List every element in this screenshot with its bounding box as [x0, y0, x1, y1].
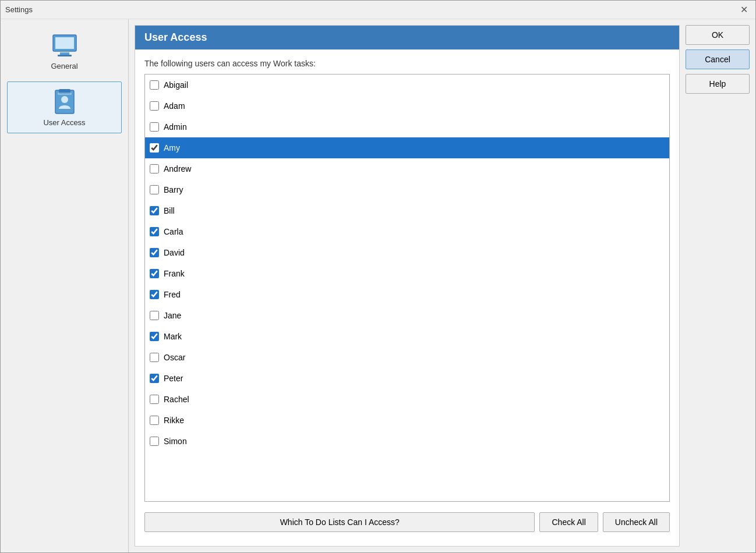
list-item[interactable]: Barry: [145, 179, 669, 200]
list-item[interactable]: Rachel: [145, 389, 669, 410]
list-item[interactable]: Carla: [145, 221, 669, 242]
uncheck-all-button[interactable]: Uncheck All: [603, 512, 670, 532]
monitor-icon: [51, 31, 79, 59]
user-checkbox[interactable]: [150, 248, 159, 257]
user-name: Adam: [164, 101, 185, 111]
list-item[interactable]: Mark: [145, 326, 669, 347]
right-buttons: OK Cancel Help: [686, 19, 755, 552]
svg-point-6: [61, 96, 68, 103]
list-item[interactable]: David: [145, 242, 669, 263]
user-access-panel: User Access The following users can acce…: [135, 25, 680, 547]
list-item[interactable]: Bill: [145, 200, 669, 221]
user-checkbox[interactable]: [150, 227, 159, 236]
user-name: Oscar: [164, 353, 185, 362]
user-checkbox[interactable]: [150, 80, 159, 90]
user-name: Admin: [164, 122, 187, 132]
user-name: Frank: [164, 269, 185, 278]
user-name: Carla: [164, 227, 183, 236]
user-checkbox[interactable]: [150, 437, 159, 446]
svg-rect-1: [55, 37, 74, 49]
sidebar-item-user-access[interactable]: User Access: [7, 81, 122, 133]
user-checkbox[interactable]: [150, 206, 159, 215]
user-name: Barry: [164, 185, 183, 194]
panel-description: The following users can access my Work t…: [144, 59, 670, 68]
list-item[interactable]: Amy: [145, 137, 669, 158]
list-item[interactable]: Oscar: [145, 347, 669, 368]
user-name: Jane: [164, 311, 181, 320]
list-item[interactable]: Andrew: [145, 158, 669, 179]
cancel-button[interactable]: Cancel: [686, 49, 750, 69]
user-checkbox[interactable]: [150, 164, 159, 173]
list-item[interactable]: Rikke: [145, 410, 669, 431]
svg-rect-2: [60, 52, 69, 55]
ok-button[interactable]: OK: [686, 25, 750, 45]
user-name: Peter: [164, 374, 183, 383]
user-name: Amy: [164, 143, 180, 153]
list-item[interactable]: Admin: [145, 116, 669, 137]
panel-header: User Access: [135, 26, 679, 49]
check-all-button[interactable]: Check All: [539, 512, 598, 532]
panel-body: The following users can access my Work t…: [135, 49, 679, 546]
user-checkbox[interactable]: [150, 311, 159, 320]
user-list: AbigailAdamAdminAmyAndrewBarryBillCarlaD…: [145, 75, 669, 452]
close-button[interactable]: ✕: [737, 3, 751, 17]
user-name: Abigail: [164, 80, 188, 90]
user-checkbox[interactable]: [150, 143, 159, 153]
sidebar: General User Access: [1, 19, 129, 552]
user-checkbox[interactable]: [150, 395, 159, 404]
list-item[interactable]: Simon: [145, 431, 669, 452]
list-item[interactable]: Adam: [145, 95, 669, 116]
list-item[interactable]: Fred: [145, 284, 669, 305]
list-item[interactable]: Jane: [145, 305, 669, 326]
user-name: Rachel: [164, 395, 189, 404]
list-item[interactable]: Peter: [145, 368, 669, 389]
sidebar-user-access-label: User Access: [43, 118, 85, 127]
list-item[interactable]: Frank: [145, 263, 669, 284]
user-checkbox[interactable]: [150, 269, 159, 278]
user-name: David: [164, 248, 185, 257]
user-checkbox[interactable]: [150, 332, 159, 341]
window-body: General User Access User Access: [1, 19, 755, 552]
main-content: User Access The following users can acce…: [129, 19, 686, 552]
bottom-buttons-row: Which To Do Lists Can I Access? Check Al…: [144, 508, 670, 537]
user-name: Andrew: [164, 164, 191, 173]
user-name: Simon: [164, 437, 187, 446]
svg-rect-3: [58, 55, 72, 56]
user-name: Bill: [164, 206, 175, 215]
user-name: Rikke: [164, 416, 184, 425]
sidebar-general-label: General: [51, 62, 77, 70]
user-checkbox[interactable]: [150, 353, 159, 362]
user-name: Fred: [164, 290, 181, 299]
title-bar: Settings ✕: [1, 1, 755, 19]
window-title: Settings: [5, 5, 33, 14]
user-checkbox[interactable]: [150, 290, 159, 299]
user-checkbox[interactable]: [150, 416, 159, 425]
sidebar-item-general[interactable]: General: [7, 25, 122, 77]
user-checkbox[interactable]: [150, 374, 159, 383]
user-name: Mark: [164, 332, 182, 341]
settings-window: Settings ✕ General: [0, 0, 756, 553]
user-checkbox[interactable]: [150, 185, 159, 194]
svg-rect-7: [58, 93, 72, 95]
user-checkbox[interactable]: [150, 122, 159, 132]
user-list-container[interactable]: AbigailAdamAdminAmyAndrewBarryBillCarlaD…: [144, 74, 670, 502]
help-button[interactable]: Help: [686, 74, 750, 94]
user-access-icon: [51, 88, 79, 116]
which-to-do-button[interactable]: Which To Do Lists Can I Access?: [144, 512, 535, 532]
list-item[interactable]: Abigail: [145, 75, 669, 95]
user-checkbox[interactable]: [150, 101, 159, 111]
